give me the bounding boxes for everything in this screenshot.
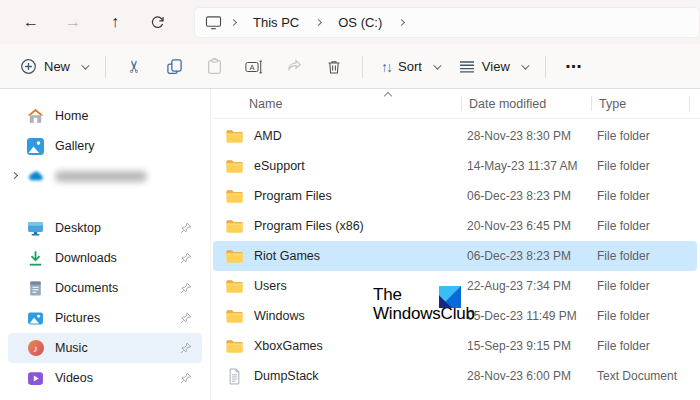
- command-toolbar: New ✂ A ↑↓ Sort: [0, 44, 700, 89]
- expand-chevron-icon[interactable]: [11, 172, 18, 179]
- sidebar-top-list: HomeGallery: [0, 101, 210, 191]
- new-button[interactable]: New: [10, 50, 97, 84]
- file-row-program-files[interactable]: Program Files06-Dec-23 8:23 PMFile folde…: [213, 181, 697, 211]
- sort-button[interactable]: ↑↓ Sort: [371, 50, 449, 84]
- home-icon: [27, 108, 44, 125]
- this-pc-icon: [205, 15, 222, 30]
- folder-icon: [225, 278, 244, 295]
- sidebar-item-desktop[interactable]: Desktop: [8, 213, 202, 243]
- file-name-label: Program Files: [254, 189, 332, 203]
- ellipsis-icon: ⋯: [565, 57, 582, 76]
- file-row-esupport[interactable]: eSupport14-May-23 11:37 AMFile folder: [213, 151, 697, 181]
- folder-icon: [225, 128, 244, 145]
- downloads-icon: [27, 250, 44, 267]
- sidebar-item-documents[interactable]: Documents: [8, 273, 202, 303]
- breadcrumb-os-c[interactable]: OS (C:): [330, 12, 390, 33]
- copy-button[interactable]: [157, 50, 191, 84]
- date-modified-cell: 06-Dec-23 8:23 PM: [459, 249, 589, 263]
- pictures-icon: [27, 310, 44, 327]
- column-separator[interactable]: [689, 96, 690, 111]
- date-modified-cell: 06-Dec-23 8:23 PM: [459, 189, 589, 203]
- sidebar-item-home[interactable]: Home: [8, 101, 202, 131]
- file-row-program-files-x86[interactable]: Program Files (x86)20-Nov-23 6:45 PMFile…: [213, 211, 697, 241]
- file-name-label: DumpStack: [254, 369, 319, 383]
- rename-icon: A: [245, 59, 263, 75]
- svg-text:A: A: [250, 62, 256, 71]
- date-modified-cell: 14-May-23 11:37 AM: [459, 159, 589, 173]
- cut-button[interactable]: ✂: [117, 50, 151, 84]
- file-row-xboxgames[interactable]: XboxGames15-Sep-23 9:15 PMFile folder: [213, 331, 697, 361]
- up-button[interactable]: ↑: [98, 7, 132, 37]
- column-header-date-modified[interactable]: Date modified: [461, 97, 591, 111]
- more-options-button[interactable]: ⋯: [557, 50, 591, 84]
- forward-button[interactable]: →: [56, 7, 90, 37]
- windowsclub-logo-icon: [439, 286, 461, 308]
- sort-button-label: Sort: [398, 59, 422, 74]
- address-bar[interactable]: This PC OS (C:): [194, 7, 700, 38]
- onedrive-icon: [27, 168, 44, 185]
- date-modified-cell: 20-Nov-23 6:45 PM: [459, 219, 589, 233]
- type-cell: File folder: [589, 129, 697, 143]
- column-separator[interactable]: [461, 96, 462, 111]
- view-list-icon: [459, 60, 475, 74]
- view-button[interactable]: View: [449, 50, 537, 84]
- music-icon: ♪: [27, 340, 44, 357]
- pin-icon: [180, 222, 192, 234]
- refresh-button[interactable]: [140, 7, 174, 37]
- pin-icon: [180, 372, 192, 384]
- date-modified-cell: 05-Dec-23 11:49 PM: [459, 309, 589, 323]
- column-separator[interactable]: [591, 96, 592, 111]
- pin-icon: [180, 282, 192, 294]
- folder-icon: [225, 188, 244, 205]
- paste-button[interactable]: [197, 50, 231, 84]
- date-modified-cell: 28-Nov-23 8:30 PM: [459, 129, 589, 143]
- sidebar-item-label: Videos: [55, 371, 93, 385]
- file-name-cell: Riot Games: [213, 248, 459, 265]
- sidebar-item-label: Downloads: [55, 251, 117, 265]
- gallery-icon: [27, 138, 44, 155]
- file-row-riot-games[interactable]: Riot Games06-Dec-23 8:23 PMFile folder: [213, 241, 697, 271]
- breadcrumb-chevron-icon: [230, 18, 237, 25]
- file-name-label: Users: [254, 279, 287, 293]
- sidebar-item-downloads[interactable]: Downloads: [8, 243, 202, 273]
- new-button-label: New: [44, 59, 70, 74]
- videos-icon: [27, 370, 44, 387]
- file-rows: AMD28-Nov-23 8:30 PMFile foldereSupport1…: [211, 119, 700, 391]
- column-header-name[interactable]: Name: [213, 97, 461, 111]
- type-cell: File folder: [589, 309, 697, 323]
- chevron-down-icon: [433, 61, 441, 69]
- type-cell: File folder: [589, 219, 697, 233]
- sidebar-item-label: Pictures: [55, 311, 100, 325]
- breadcrumb-chevron-icon: [398, 18, 405, 25]
- file-row-dumpstack[interactable]: DumpStack28-Nov-23 6:00 PMText Document: [213, 361, 697, 391]
- chevron-down-icon: [81, 61, 89, 69]
- sidebar-item-gallery[interactable]: Gallery: [8, 131, 202, 161]
- view-button-label: View: [482, 59, 510, 74]
- sidebar-item-label: Gallery: [55, 139, 95, 153]
- pin-icon: [180, 342, 192, 354]
- file-name-label: XboxGames: [254, 339, 323, 353]
- file-row-amd[interactable]: AMD28-Nov-23 8:30 PMFile folder: [213, 121, 697, 151]
- folder-icon: [225, 158, 244, 175]
- type-cell: File folder: [589, 159, 697, 173]
- column-header-type[interactable]: Type: [591, 97, 700, 111]
- sidebar-item-music[interactable]: ♪Music: [8, 333, 202, 363]
- documents-icon: [27, 280, 44, 297]
- file-name-cell: XboxGames: [213, 338, 459, 355]
- chevron-down-icon: [521, 61, 529, 69]
- back-button[interactable]: ←: [14, 7, 48, 37]
- date-modified-cell: 22-Aug-23 7:34 PM: [459, 279, 589, 293]
- sidebar-item-label: Desktop: [55, 221, 101, 235]
- breadcrumb-chevron-icon: [315, 18, 322, 25]
- type-cell: Text Document: [589, 369, 697, 383]
- sidebar-item-pictures[interactable]: Pictures: [8, 303, 202, 333]
- sidebar-item-onedrive[interactable]: [8, 161, 202, 191]
- blurred-account-label: [55, 171, 147, 182]
- paste-icon: [206, 58, 223, 75]
- sidebar-item-videos[interactable]: Videos: [8, 363, 202, 393]
- breadcrumb-this-pc[interactable]: This PC: [245, 12, 307, 33]
- share-button[interactable]: [277, 50, 311, 84]
- rename-button[interactable]: A: [237, 50, 271, 84]
- delete-button[interactable]: [317, 50, 351, 84]
- column-headers: Name Date modified Type: [213, 89, 700, 119]
